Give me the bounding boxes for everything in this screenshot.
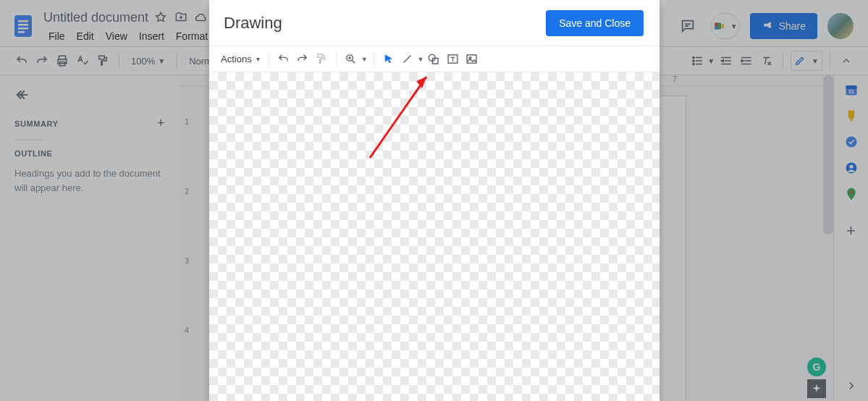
redo-icon[interactable] xyxy=(294,51,311,68)
shape-tool-icon[interactable] xyxy=(425,51,442,68)
line-tool-icon[interactable] xyxy=(399,51,416,68)
drawing-toolbar: Actions▾ ▼ ▼ xyxy=(209,46,660,72)
chevron-down-icon[interactable]: ▼ xyxy=(418,56,424,63)
chevron-down-icon[interactable]: ▼ xyxy=(361,56,368,63)
paint-format-icon xyxy=(313,51,330,68)
drawing-canvas-area[interactable] xyxy=(209,72,660,401)
drawing-dialog: Drawing Save and Close Actions▾ ▼ ▼ xyxy=(209,0,660,401)
dialog-header: Drawing Save and Close xyxy=(209,0,660,46)
select-tool-icon[interactable] xyxy=(380,51,397,68)
dialog-title: Drawing xyxy=(224,14,282,33)
undo-icon[interactable] xyxy=(275,51,292,68)
zoom-tool-icon[interactable] xyxy=(342,51,360,68)
svg-rect-23 xyxy=(318,54,323,57)
actions-menu[interactable]: Actions▾ xyxy=(218,54,263,64)
drawing-canvas[interactable] xyxy=(209,72,660,401)
save-and-close-button[interactable]: Save and Close xyxy=(546,10,644,36)
image-tool-icon[interactable] xyxy=(463,51,480,68)
text-box-tool-icon[interactable] xyxy=(444,51,461,68)
svg-rect-28 xyxy=(467,55,476,63)
